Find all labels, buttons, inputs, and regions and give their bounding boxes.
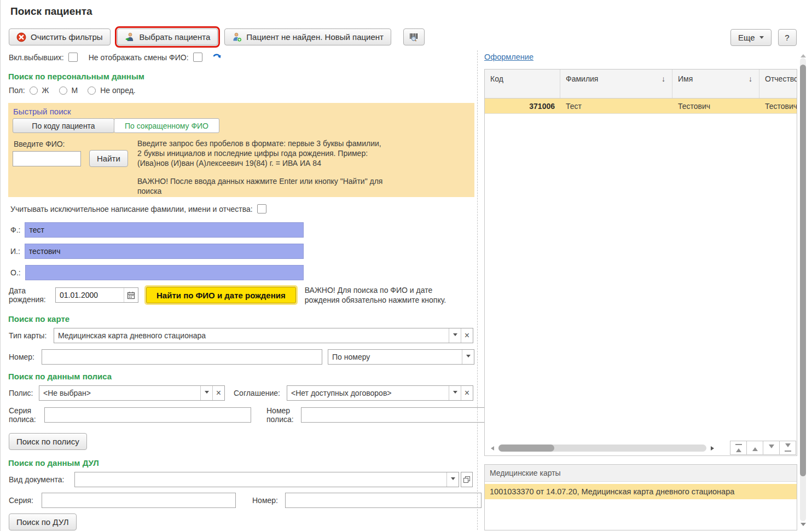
find-by-fio-birthdate-label: Найти по ФИО и дате рождения — [156, 291, 286, 300]
medical-card-row[interactable]: 1001033370 от 14.07.20, Медицинская карт… — [485, 484, 797, 499]
vscroll-thumb[interactable] — [800, 65, 806, 476]
policy-number-label: Номер полиса: — [266, 406, 298, 424]
column-header-name[interactable]: Имя↓ — [672, 70, 759, 98]
card-search-mode-combo[interactable]: По номеру — [328, 349, 474, 365]
more-button[interactable]: Еще — [730, 29, 772, 46]
scroll-left-icon[interactable] — [489, 446, 494, 451]
open-list-icon — [463, 476, 471, 483]
doc-type-dropdown-icon[interactable] — [446, 472, 459, 487]
patronymic-row: О.: — [10, 265, 304, 280]
design-link[interactable]: Оформление — [484, 53, 533, 61]
gender-male-label: М — [72, 86, 78, 95]
hide-name-changes-checkbox[interactable] — [193, 53, 202, 62]
new-patient-button[interactable]: Пациент не найден. Новый пациент — [224, 28, 391, 45]
pane-divider[interactable] — [477, 50, 478, 530]
find-by-fio-birthdate-button[interactable]: Найти по ФИО и дате рождения — [146, 287, 296, 303]
gender-male-radio[interactable] — [59, 86, 67, 95]
card-type-combo[interactable]: Медицинская карта дневного стационара × — [54, 328, 473, 343]
card-number-input[interactable] — [42, 349, 322, 365]
search-by-dul-button[interactable]: Поиск по ДУЛ — [9, 513, 77, 530]
policy-row: Полис: <Не выбран> × Соглашение: <Нет до… — [9, 385, 473, 401]
name-input[interactable] — [25, 244, 304, 259]
quick-search-important-note: ВАЖНО! После ввода данных нажмите Enter … — [137, 176, 455, 196]
barcode-search-button[interactable] — [403, 28, 425, 45]
include-departed-checkbox[interactable] — [68, 53, 78, 62]
personal-section-header: Поиск по персональным данным — [8, 72, 144, 81]
policy-series-label: Серия полиса: — [9, 406, 40, 424]
column-code-label: Код — [490, 74, 503, 83]
policy-dropdown-icon[interactable] — [200, 386, 212, 400]
doc-type-open-button[interactable] — [461, 472, 473, 487]
form-commands: Еще ? — [730, 29, 797, 46]
column-header-surname[interactable]: Фамилия↓ — [560, 70, 672, 98]
include-departed-label: Вкл.выбывших: — [9, 53, 64, 62]
scroll-right-icon[interactable] — [711, 446, 716, 451]
find-button[interactable]: Найти — [89, 150, 128, 167]
sort-desc-icon: ↓ — [749, 74, 752, 83]
doc-type-label: Вид документа: — [9, 475, 71, 484]
card-type-clear-icon[interactable]: × — [461, 328, 473, 343]
column-header-patronymic[interactable]: Отчество — [759, 70, 797, 98]
card-number-label: Номер: — [9, 353, 42, 361]
agreement-dropdown-icon[interactable] — [449, 386, 461, 400]
policy-clear-icon[interactable]: × — [212, 386, 224, 400]
search-by-dul-label: Поиск по ДУЛ — [16, 517, 69, 527]
go-last-button[interactable] — [779, 441, 796, 455]
patronymic-input[interactable] — [25, 265, 304, 280]
birthdate-field[interactable] — [55, 287, 138, 303]
window-vertical-scrollbar[interactable] — [799, 50, 807, 530]
policy-series-input[interactable] — [44, 407, 251, 423]
scroll-down-icon[interactable] — [801, 523, 806, 529]
short-fio-input[interactable] — [13, 151, 81, 166]
exact-spelling-checkbox[interactable] — [257, 204, 266, 213]
dul-number-label: Номер: — [252, 496, 282, 505]
agreement-clear-icon[interactable]: × — [461, 386, 473, 400]
policy-number-input[interactable] — [301, 407, 496, 423]
column-header-code[interactable]: Код — [485, 70, 560, 98]
doc-type-value — [75, 472, 446, 487]
select-patient-button[interactable]: Выбрать пациента — [117, 28, 218, 45]
policy-section-header: Поиск по данным полиса — [8, 372, 112, 381]
chevron-down-icon — [759, 36, 764, 41]
barcode-search-icon — [408, 32, 420, 42]
gender-undefined-radio[interactable] — [88, 86, 96, 95]
scroll-up-icon[interactable] — [801, 51, 806, 57]
hscroll-thumb[interactable] — [498, 445, 554, 452]
more-label: Еще — [738, 33, 755, 42]
policy-value: <Не выбран> — [39, 386, 200, 400]
table-nav-buttons — [730, 441, 796, 455]
dul-series-input[interactable] — [42, 493, 236, 508]
add-patient-icon — [232, 32, 242, 42]
agreement-combo[interactable]: <Нет доступных договоров> × — [287, 385, 473, 401]
policy-combo[interactable]: <Не выбран> × — [39, 385, 225, 401]
card-search-mode-dropdown-icon[interactable] — [462, 350, 474, 364]
card-type-dropdown-icon[interactable] — [449, 328, 461, 343]
search-by-policy-button[interactable]: Поиск по полису — [9, 433, 87, 450]
help-button[interactable]: ? — [778, 29, 797, 46]
gender-female-radio[interactable] — [30, 86, 38, 95]
column-name-label: Имя — [678, 74, 693, 83]
patients-table: Код Фамилия↓ Имя↓ Отчество 371006 Тест Т… — [484, 69, 797, 456]
hscroll-track[interactable] — [498, 445, 706, 452]
clear-filters-button[interactable]: Очистить фильтры — [9, 28, 111, 45]
tab-by-short-fio[interactable]: По сокращенному ФИО — [114, 118, 219, 133]
agreement-label: Соглашение: — [234, 389, 284, 397]
tab-by-patient-code[interactable]: По коду пациента — [13, 118, 114, 133]
cell-surname: Тест — [560, 102, 672, 111]
dul-number-input[interactable] — [285, 493, 482, 508]
patient-table-row[interactable]: 371006 Тест Тестович Тестович — [485, 99, 797, 114]
card-search-mode-value: По номеру — [328, 350, 462, 364]
agreement-value: <Нет доступных договоров> — [287, 386, 449, 400]
go-first-button[interactable] — [730, 441, 747, 455]
refresh-icon[interactable] — [212, 53, 222, 62]
doc-type-combo[interactable] — [74, 472, 459, 487]
calendar-icon[interactable] — [124, 288, 138, 302]
surname-input[interactable] — [25, 222, 304, 238]
go-prev-button[interactable] — [746, 441, 763, 455]
sort-desc-icon: ↓ — [662, 74, 665, 83]
go-next-button[interactable] — [763, 441, 780, 455]
column-patronymic-label: Отчество — [765, 74, 797, 83]
birthdate-input[interactable] — [56, 291, 124, 299]
quick-search-panel: Быстрый поиск По коду пациента По сокращ… — [8, 103, 474, 197]
card-number-row: Номер: По номеру — [9, 349, 474, 365]
